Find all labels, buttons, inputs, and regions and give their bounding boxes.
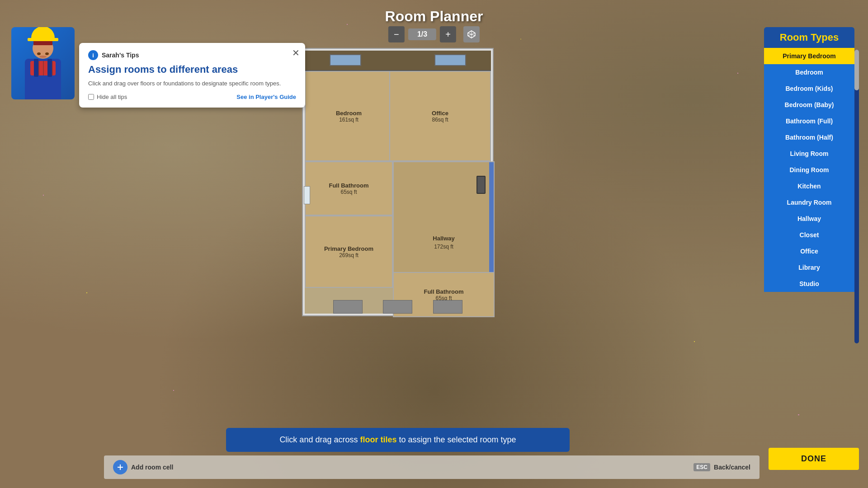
room-fullbath-mid-label: Full Bathroom xyxy=(329,182,368,189)
roof-strip xyxy=(305,51,491,71)
add-room-cell-icon xyxy=(113,460,127,474)
plus-icon xyxy=(116,463,124,471)
skylight-2 xyxy=(434,54,466,66)
action-bar: Add room cell ESC Back/cancel xyxy=(104,455,760,479)
room-primary-size: 269sq ft xyxy=(339,252,359,258)
room-office-label: Office xyxy=(432,110,448,117)
room-primary-label: Primary Bedroom xyxy=(324,245,373,252)
room-bedroom-size: 161sq ft xyxy=(339,117,359,123)
blue-wall xyxy=(489,162,494,287)
room-type-list: Primary BedroomBedroomBedroom (Kids)Bedr… xyxy=(764,48,854,292)
floor-selector: − 1/3 + xyxy=(388,26,480,42)
add-room-cell-label: Add room cell xyxy=(131,464,173,471)
room-type-studio[interactable]: Studio xyxy=(764,276,854,292)
tips-panel: i Sarah's Tips ✕ Assign rooms to differe… xyxy=(79,43,305,108)
room-hallway-label: Hallway xyxy=(433,235,454,242)
floor-decrease-button[interactable]: − xyxy=(388,26,405,42)
wall-frame xyxy=(476,176,486,194)
room-office[interactable]: Office 86sq ft xyxy=(389,71,491,161)
room-type-library[interactable]: Library xyxy=(764,259,854,276)
bottom-instruction-bar: Click and drag across floor tiles to ass… xyxy=(226,428,570,452)
floor-display: 1/3 xyxy=(408,28,436,40)
room-type-bathroom-full[interactable]: Bathroom (Full) xyxy=(764,113,854,129)
close-tips-button[interactable]: ✕ xyxy=(292,47,300,58)
3d-view-icon xyxy=(467,30,476,39)
back-cancel-label: Back/cancel xyxy=(714,464,750,471)
instruction-highlight: floor tiles xyxy=(360,435,396,444)
tips-body: Click and drag over floors or foundation… xyxy=(88,79,296,88)
instruction-text-before: Click and drag across xyxy=(279,435,360,444)
page-title: Room Planner xyxy=(385,8,483,25)
room-primary-bedroom[interactable]: Primary Bedroom 269sq ft xyxy=(305,216,393,288)
room-fullbath-mid-size: 65sq ft xyxy=(340,189,357,195)
sidebar-scrollbar-track[interactable] xyxy=(854,50,859,343)
room-type-dining-room[interactable]: Dining Room xyxy=(764,162,854,178)
room-fullbath-mid[interactable]: Full Bathroom 65sq ft xyxy=(305,161,393,216)
room-type-laundry-room[interactable]: Laundry Room xyxy=(764,194,854,211)
sidebar-scrollbar-thumb[interactable] xyxy=(854,50,859,90)
room-office-size: 86sq ft xyxy=(432,117,448,123)
floorplan[interactable]: Bedroom 161sq ft Office 86sq ft Full Bat… xyxy=(303,49,493,315)
tips-footer: Hide all tips See in Player's Guide xyxy=(88,94,296,100)
done-button[interactable]: DONE xyxy=(769,448,859,470)
tips-author: Sarah's Tips xyxy=(102,52,139,59)
avatar-person xyxy=(18,27,68,99)
add-room-cell-action[interactable]: Add room cell xyxy=(113,460,173,474)
floor-increase-button[interactable]: + xyxy=(440,26,456,42)
room-type-primary-bedroom[interactable]: Primary Bedroom xyxy=(764,48,854,64)
hide-tips-label[interactable]: Hide all tips xyxy=(88,94,127,100)
back-cancel-action[interactable]: ESC Back/cancel xyxy=(693,463,750,471)
room-hallway-size: 172sq ft xyxy=(434,244,453,250)
hide-tips-checkbox[interactable] xyxy=(88,94,94,100)
sidebar-title: Room Types xyxy=(764,27,854,48)
room-type-bathroom-half[interactable]: Bathroom (Half) xyxy=(764,129,854,145)
step-2 xyxy=(383,300,412,314)
room-hallway[interactable]: Hallway 172sq ft xyxy=(393,161,495,288)
window-left xyxy=(304,186,310,204)
info-icon: i xyxy=(88,50,98,60)
avatar-background xyxy=(11,27,75,99)
sidebar-wrapper: Room Types Primary BedroomBedroomBedroom… xyxy=(764,27,859,343)
foundation-steps xyxy=(305,298,491,314)
room-type-living-room[interactable]: Living Room xyxy=(764,145,854,162)
instruction-text-after: to assign the selected room type xyxy=(396,435,516,444)
hide-tips-text: Hide all tips xyxy=(97,94,127,100)
tips-title: Assign rooms to different areas xyxy=(88,64,296,75)
room-bedroom[interactable]: Bedroom 161sq ft xyxy=(305,71,393,161)
room-type-closet[interactable]: Closet xyxy=(764,227,854,243)
room-type-kitchen[interactable]: Kitchen xyxy=(764,178,854,194)
room-type-bedroom[interactable]: Bedroom xyxy=(764,64,854,80)
room-type-bedroom-kids[interactable]: Bedroom (Kids) xyxy=(764,80,854,97)
avatar-container xyxy=(11,27,75,99)
room-fullbath-bot-label: Full Bathroom xyxy=(424,288,463,295)
room-bedroom-label: Bedroom xyxy=(336,110,362,117)
step-1 xyxy=(333,300,363,314)
skylight-1 xyxy=(330,54,361,66)
room-type-office[interactable]: Office xyxy=(764,243,854,259)
hardhat xyxy=(31,27,55,39)
tips-header: i Sarah's Tips ✕ xyxy=(88,50,296,60)
avatar-body xyxy=(25,59,61,99)
sidebar: Room Types Primary BedroomBedroomBedroom… xyxy=(764,27,854,292)
floorplan-container: Bedroom 161sq ft Office 86sq ft Full Bat… xyxy=(303,49,493,315)
room-type-bedroom-baby[interactable]: Bedroom (Baby) xyxy=(764,97,854,113)
players-guide-link[interactable]: See in Player's Guide xyxy=(236,94,296,100)
step-3 xyxy=(433,300,462,314)
3d-view-button[interactable] xyxy=(463,26,480,42)
esc-badge: ESC xyxy=(693,463,710,471)
room-type-hallway[interactable]: Hallway xyxy=(764,211,854,227)
